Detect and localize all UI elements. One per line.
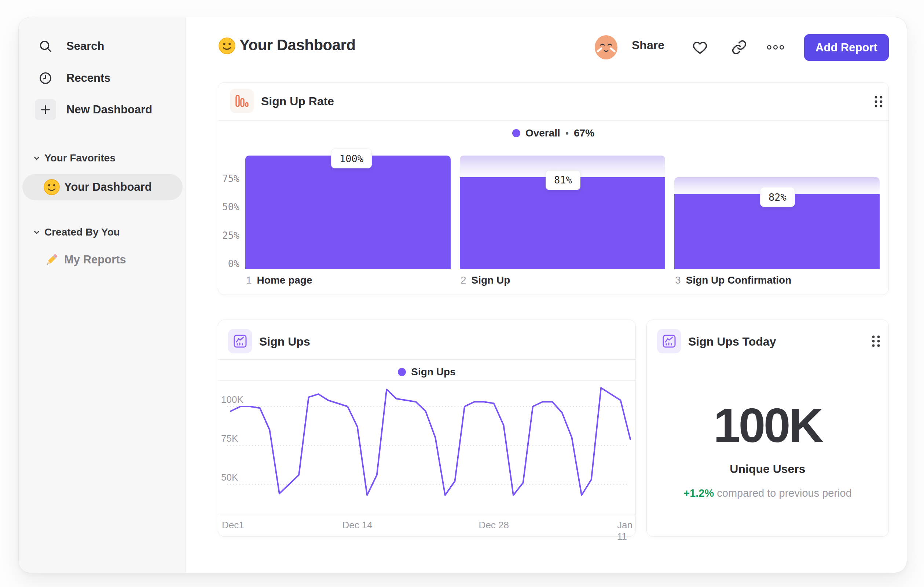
funnel-step-label: 2Sign Up [460, 274, 510, 286]
app-window: Search Recents New Dashboard [18, 17, 907, 573]
copy-link-icon[interactable] [730, 38, 748, 56]
funnel-y-tick: 0% [219, 258, 239, 269]
sign-ups-today-card: Sign Ups Today 100K Unique Users +1.2% c… [647, 319, 889, 537]
sidebar-item-label: New Dashboard [66, 103, 152, 116]
sidebar-item-your-dashboard[interactable]: Your Dashboard [22, 174, 183, 200]
pencil-emoji-icon [44, 252, 60, 268]
sidebar: Search Recents New Dashboard [19, 17, 186, 573]
sign-ups-line-chart [218, 320, 636, 537]
favorite-heart-icon[interactable] [691, 38, 709, 56]
funnel-bar[interactable] [460, 177, 665, 269]
line-y-tick: 75K [221, 433, 238, 444]
section-title: Created By You [45, 227, 120, 238]
metric-delta: +1.2% [683, 487, 714, 499]
search-icon [35, 36, 56, 57]
line-x-tick: Jan 11 [617, 519, 632, 542]
funnel-value-badge: 82% [760, 187, 795, 207]
line-plot: 100K75K50KDec1Dec 14Dec 28Jan 11 [218, 320, 635, 536]
avatar[interactable] [594, 35, 618, 60]
share-button[interactable]: Share [632, 38, 664, 52]
sign-ups-card: Sign Ups Sign Ups 100K75K50KDec1Dec 14De… [218, 319, 636, 537]
funnel-value-badge: 81% [546, 170, 581, 190]
more-options-ellipsis-icon[interactable] [767, 38, 784, 56]
sign-up-rate-card: Sign Up Rate Overall • 67% 75%50%25%0%10… [218, 82, 889, 295]
chevron-down-icon [32, 153, 41, 163]
sidebar-item-label: My Reports [64, 253, 126, 266]
chevron-down-icon [32, 227, 41, 237]
line-x-tick: Dec1 [222, 519, 244, 531]
card-title: Sign Ups Today [688, 335, 776, 349]
sidebar-section-your-favorites[interactable]: Your Favorites [19, 149, 186, 167]
funnel-y-tick: 75% [219, 173, 239, 184]
sidebar-item-my-reports[interactable]: My Reports [22, 248, 183, 271]
line-x-tick: Dec 14 [342, 519, 372, 531]
funnel-value-badge: 100% [331, 149, 372, 169]
smiley-emoji-icon [44, 179, 60, 195]
sidebar-item-label: Recents [66, 71, 111, 85]
line-x-tick: Dec 28 [479, 519, 509, 531]
line-chart-icon [657, 329, 681, 353]
divider [218, 514, 635, 514]
page-title: Your Dashboard [239, 36, 356, 54]
line-y-tick: 50K [221, 472, 238, 483]
add-report-button[interactable]: Add Report [804, 34, 889, 61]
sidebar-item-label: Your Dashboard [64, 180, 152, 194]
funnel-y-tick: 50% [219, 202, 239, 212]
clock-icon [35, 68, 56, 89]
metric-subtitle: Unique Users [647, 462, 888, 476]
sidebar-section-created-by-you[interactable]: Created By You [19, 223, 186, 241]
metric-value: 100K [647, 398, 888, 453]
section-title: Your Favorites [45, 152, 116, 164]
sign-ups-series-line [231, 388, 630, 495]
line-y-tick: 100K [221, 394, 243, 405]
sidebar-item-search[interactable]: Search [19, 35, 186, 58]
metric-delta-note: compared to previous period [717, 487, 852, 499]
sidebar-item-new-dashboard[interactable]: New Dashboard [19, 98, 186, 121]
sidebar-item-recents[interactable]: Recents [19, 66, 186, 90]
drag-handle-icon[interactable] [871, 335, 881, 348]
funnel-step-label: 3Sign Up Confirmation [675, 274, 791, 286]
funnel-bar[interactable] [245, 155, 450, 269]
dashboard-title-emoji-icon [219, 37, 235, 54]
funnel-y-tick: 25% [219, 230, 239, 241]
funnel-plot: 75%50%25%0%100%1Home page81%2Sign Up82%3… [218, 83, 888, 294]
sidebar-item-label: Search [66, 40, 104, 53]
plus-icon [35, 99, 56, 120]
funnel-step-label: 1Home page [246, 274, 312, 286]
metric-delta-row: +1.2% compared to previous period [647, 487, 888, 499]
